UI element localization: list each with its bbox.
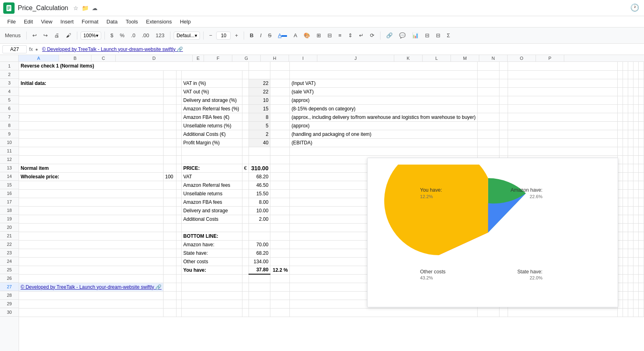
cell-r26-c1[interactable] — [163, 274, 176, 283]
cell-r27-c5[interactable] — [249, 283, 270, 291]
cell-r21-c1[interactable] — [163, 232, 176, 240]
col-header-g[interactable]: G — [232, 55, 261, 61]
cell-r26-c0[interactable] — [19, 274, 163, 283]
cell-r3-c5[interactable]: 22 — [249, 79, 270, 87]
cell-r21-c13[interactable] — [628, 232, 633, 240]
cell-r3-c2[interactable] — [176, 79, 181, 87]
cell-r4-c13[interactable] — [628, 87, 633, 96]
cell-r10-c8[interactable] — [478, 138, 499, 147]
row-header-25[interactable]: 25 — [0, 266, 19, 274]
decrease-font-button[interactable]: − — [207, 31, 215, 40]
cell-r29-c4[interactable] — [242, 300, 249, 308]
undo-button[interactable]: ↩ — [30, 31, 39, 40]
cell-r23-c0[interactable] — [19, 249, 163, 257]
fill-color-button[interactable]: 🎨 — [301, 31, 312, 40]
cell-r14-c5[interactable]: 68.20 — [249, 172, 270, 181]
cell-r13-c14[interactable] — [633, 164, 638, 172]
cell-r8-c11[interactable] — [617, 121, 623, 130]
cell-r30-c10[interactable] — [508, 308, 617, 317]
cell-r15-c3[interactable]: Amazon Referral fees — [181, 181, 242, 189]
cell-r25-c1[interactable] — [163, 266, 176, 274]
cell-r23-c3[interactable]: State have: — [181, 249, 242, 257]
cell-r6-c9[interactable] — [499, 104, 508, 113]
cell-r30-c11[interactable] — [617, 308, 623, 317]
cell-r30-c3[interactable] — [181, 308, 242, 317]
cell-r17-c5[interactable]: 8.00 — [249, 198, 270, 206]
cell-r26-c11[interactable] — [617, 274, 623, 283]
cell-r26-c12[interactable] — [623, 274, 628, 283]
cell-r18-c13[interactable] — [628, 206, 633, 215]
cell-r24-c4[interactable] — [242, 257, 249, 266]
cell-r27-c1[interactable] — [163, 283, 176, 291]
cell-r30-c15[interactable] — [638, 308, 644, 317]
cell-r4-c0[interactable] — [19, 87, 163, 96]
cell-r19-c12[interactable] — [623, 215, 628, 223]
cell-r1-c13[interactable] — [628, 62, 633, 70]
cell-r17-c6[interactable] — [270, 198, 290, 206]
cell-r13-c2[interactable] — [176, 164, 181, 172]
cell-r7-c1[interactable] — [163, 113, 176, 121]
cell-r8-c15[interactable] — [638, 121, 644, 130]
rotate-button[interactable]: ⟳ — [368, 31, 377, 40]
history-icon[interactable]: 🕐 — [630, 3, 639, 12]
row-header-20[interactable]: 20 — [0, 223, 19, 232]
cell-r16-c11[interactable] — [617, 189, 623, 198]
cell-r9-c12[interactable] — [623, 130, 628, 138]
cell-r2-c12[interactable] — [623, 70, 628, 79]
cell-r22-c15[interactable] — [638, 240, 644, 249]
cell-r8-c13[interactable] — [628, 121, 633, 130]
cell-r25-c15[interactable] — [638, 266, 644, 274]
cell-r8-c10[interactable] — [508, 121, 617, 130]
row-header-18[interactable]: 18 — [0, 206, 19, 215]
cell-r23-c4[interactable] — [242, 249, 249, 257]
cell-r4-c14[interactable] — [633, 87, 638, 96]
cell-r11-c2[interactable] — [176, 147, 181, 155]
cell-r28-c3[interactable] — [181, 291, 242, 300]
row-header-9[interactable]: 9 — [0, 130, 19, 138]
cell-r18-c0[interactable] — [19, 206, 163, 215]
cell-r2-c13[interactable] — [628, 70, 633, 79]
row-header-12[interactable]: 12 — [0, 155, 19, 164]
cell-r11-c13[interactable] — [628, 147, 633, 155]
cell-r7-c3[interactable]: Amazon FBA fees (€) — [181, 113, 242, 121]
cell-r2-c14[interactable] — [633, 70, 638, 79]
cell-r29-c1[interactable] — [163, 300, 176, 308]
cell-r11-c14[interactable] — [633, 147, 638, 155]
cell-r17-c15[interactable] — [638, 198, 644, 206]
cell-r22-c0[interactable] — [19, 240, 163, 249]
cell-r3-c9[interactable] — [499, 79, 508, 87]
cell-r5-c4[interactable] — [242, 96, 249, 104]
cell-r16-c0[interactable] — [19, 189, 163, 198]
cell-r15-c11[interactable] — [617, 181, 623, 189]
chart-button[interactable]: 📊 — [410, 31, 421, 40]
cell-r24-c14[interactable] — [633, 257, 638, 266]
cell-r23-c11[interactable] — [617, 249, 623, 257]
cell-r1-c6[interactable] — [270, 62, 290, 70]
cell-r17-c1[interactable] — [163, 198, 176, 206]
cell-r17-c2[interactable] — [176, 198, 181, 206]
percent-button[interactable]: % — [117, 31, 127, 40]
cell-r16-c3[interactable]: Unsellable returns — [181, 189, 242, 198]
cell-r21-c11[interactable] — [617, 232, 623, 240]
cell-r16-c12[interactable] — [623, 189, 628, 198]
cell-r5-c6[interactable] — [270, 96, 290, 104]
cell-r9-c0[interactable] — [19, 130, 163, 138]
cell-r20-c13[interactable] — [628, 223, 633, 232]
cell-r18-c11[interactable] — [617, 206, 623, 215]
cell-r30-c1[interactable] — [163, 308, 176, 317]
cell-r29-c12[interactable] — [623, 300, 628, 308]
cell-r2-c15[interactable] — [638, 70, 644, 79]
cell-r27-c0[interactable]: © Developed by TreeTalk - Launch your-dr… — [19, 283, 163, 291]
cell-r19-c2[interactable] — [176, 215, 181, 223]
cell-r9-c9[interactable] — [499, 130, 508, 138]
cell-r6-c15[interactable] — [638, 104, 644, 113]
cell-r10-c2[interactable] — [176, 138, 181, 147]
cell-r17-c14[interactable] — [633, 198, 638, 206]
cell-r1-c9[interactable] — [499, 62, 508, 70]
text-color-button[interactable]: A — [291, 31, 300, 40]
cell-r15-c14[interactable] — [633, 181, 638, 189]
row-header-1[interactable]: 1 — [0, 62, 19, 70]
cell-r26-c13[interactable] — [628, 274, 633, 283]
cell-r5-c0[interactable] — [19, 96, 163, 104]
cell-r11-c11[interactable] — [617, 147, 623, 155]
